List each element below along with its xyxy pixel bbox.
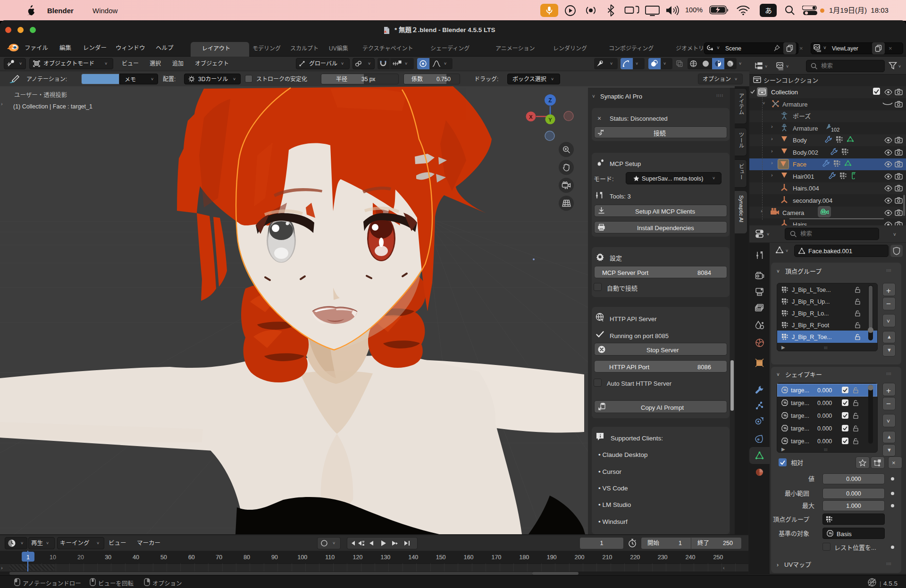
svg-text:Y: Y [548, 117, 552, 123]
svg-text:Z: Z [548, 97, 552, 104]
svg-text:X: X [529, 114, 533, 120]
